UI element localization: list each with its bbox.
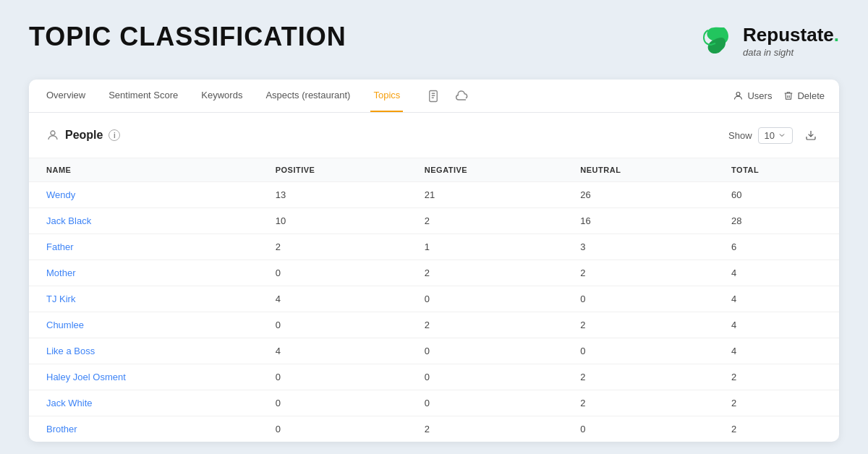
cell-negative: 0: [407, 390, 563, 416]
cell-neutral: 2: [563, 312, 714, 338]
cell-name[interactable]: Haley Joel Osment: [29, 364, 258, 390]
nav-right: Users Delete: [733, 90, 825, 101]
cell-negative: 2: [407, 416, 563, 442]
cell-negative: 2: [407, 312, 563, 338]
tab-keywords[interactable]: Keywords: [198, 80, 245, 112]
download-button[interactable]: [800, 124, 822, 146]
cell-negative: 1: [407, 234, 563, 260]
cell-negative: 2: [407, 260, 563, 286]
users-label: Users: [747, 90, 772, 101]
cell-positive: 10: [258, 208, 407, 234]
table-row: Jack Black 10 2 16 28: [29, 208, 839, 234]
cell-neutral: 3: [563, 234, 714, 260]
users-button[interactable]: Users: [733, 90, 772, 101]
show-label: Show: [728, 130, 752, 141]
cell-name[interactable]: Chumlee: [29, 312, 258, 338]
data-table: NAME POSITIVE NEGATIVE NEUTRAL TOTAL Wen…: [29, 158, 839, 442]
cell-name[interactable]: Jack Black: [29, 208, 258, 234]
cell-positive: 0: [258, 364, 407, 390]
cell-positive: 4: [258, 338, 407, 364]
cloud-icon-btn[interactable]: [452, 86, 472, 106]
cell-total: 60: [714, 182, 839, 208]
page: TOPIC CLASSIFICATION Repustate. data in …: [0, 0, 868, 454]
logo-tagline: data in sight: [743, 47, 839, 58]
tab-icons: [423, 86, 472, 106]
cell-total: 4: [714, 260, 839, 286]
cell-total: 2: [714, 390, 839, 416]
table-row: TJ Kirk 4 0 0 4: [29, 286, 839, 312]
tab-sentiment-score[interactable]: Sentiment Score: [106, 80, 181, 112]
col-name: NAME: [29, 158, 258, 182]
cell-neutral: 0: [563, 338, 714, 364]
cell-neutral: 2: [563, 364, 714, 390]
cell-name[interactable]: Wendy: [29, 182, 258, 208]
cell-negative: 0: [407, 286, 563, 312]
logo-name: Repustate.: [743, 24, 839, 46]
cell-name[interactable]: Father: [29, 234, 258, 260]
table-row: Chumlee 0 2 2 4: [29, 312, 839, 338]
show-value: 10: [765, 130, 775, 141]
show-control: Show 10: [728, 127, 793, 144]
cell-total: 4: [714, 312, 839, 338]
show-select[interactable]: 10: [758, 127, 793, 144]
cell-neutral: 2: [563, 260, 714, 286]
col-total: TOTAL: [714, 158, 839, 182]
cell-total: 28: [714, 208, 839, 234]
info-icon[interactable]: i: [109, 129, 120, 141]
cell-positive: 0: [258, 390, 407, 416]
cell-name[interactable]: Jack White: [29, 390, 258, 416]
cell-total: 4: [714, 338, 839, 364]
section-title: People i: [46, 129, 120, 142]
svg-point-4: [736, 93, 740, 96]
cell-neutral: 26: [563, 182, 714, 208]
cell-negative: 0: [407, 338, 563, 364]
col-negative: NEGATIVE: [407, 158, 563, 182]
cell-name[interactable]: Mother: [29, 260, 258, 286]
section-controls: Show 10: [728, 124, 822, 146]
col-neutral: NEUTRAL: [563, 158, 714, 182]
person-icon: [46, 129, 59, 142]
table-row: Jack White 0 0 2 2: [29, 390, 839, 416]
table-row: Haley Joel Osment 0 0 2 2: [29, 364, 839, 390]
table-body: Wendy 13 21 26 60 Jack Black 10 2 16 28 …: [29, 182, 839, 442]
logo-area: Repustate. data in sight: [698, 22, 839, 59]
page-title: TOPIC CLASSIFICATION: [29, 22, 346, 52]
cell-positive: 0: [258, 260, 407, 286]
cell-name[interactable]: Like a Boss: [29, 338, 258, 364]
repustate-logo-icon: [698, 22, 736, 59]
cell-total: 2: [714, 416, 839, 442]
document-icon-btn[interactable]: [423, 86, 443, 106]
cell-positive: 0: [258, 416, 407, 442]
section-title-text: People: [65, 129, 103, 142]
section-header: People i Show 10: [29, 113, 839, 158]
cell-neutral: 0: [563, 416, 714, 442]
svg-rect-0: [430, 90, 438, 101]
cell-negative: 0: [407, 364, 563, 390]
cell-neutral: 16: [563, 208, 714, 234]
cell-neutral: 2: [563, 390, 714, 416]
cell-negative: 2: [407, 208, 563, 234]
cell-positive: 13: [258, 182, 407, 208]
table-row: Wendy 13 21 26 60: [29, 182, 839, 208]
header: TOPIC CLASSIFICATION Repustate. data in …: [29, 22, 839, 59]
cell-neutral: 0: [563, 286, 714, 312]
cell-positive: 2: [258, 234, 407, 260]
cell-total: 2: [714, 364, 839, 390]
tab-overview[interactable]: Overview: [43, 80, 88, 112]
table-row: Like a Boss 4 0 0 4: [29, 338, 839, 364]
nav-tabs: Overview Sentiment Score Keywords Aspect…: [29, 80, 839, 113]
delete-button[interactable]: Delete: [783, 90, 825, 101]
cell-name[interactable]: TJ Kirk: [29, 286, 258, 312]
table-row: Father 2 1 3 6: [29, 234, 839, 260]
table-row: Brother 0 2 0 2: [29, 416, 839, 442]
logo-dot: .: [834, 24, 839, 46]
cell-total: 6: [714, 234, 839, 260]
delete-label: Delete: [797, 90, 825, 101]
cell-name[interactable]: Brother: [29, 416, 258, 442]
tab-topics[interactable]: Topics: [370, 80, 403, 112]
logo-text: Repustate. data in sight: [743, 24, 839, 58]
col-positive: POSITIVE: [258, 158, 407, 182]
svg-point-5: [51, 131, 55, 135]
tab-aspects[interactable]: Aspects (restaurant): [263, 80, 353, 112]
cell-negative: 21: [407, 182, 563, 208]
